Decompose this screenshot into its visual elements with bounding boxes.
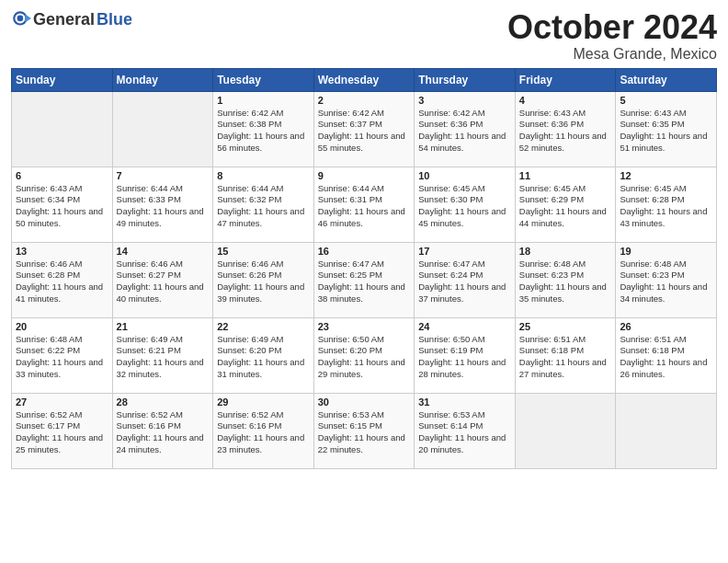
logo-blue-text: Blue [97,10,132,29]
cell-info: Sunrise: 6:44 AM Sunset: 6:32 PM Dayligh… [217,183,310,230]
svg-marker-3 [25,15,31,23]
calendar-cell: 22Sunrise: 6:49 AM Sunset: 6:20 PM Dayli… [213,317,314,393]
calendar-cell: 8Sunrise: 6:44 AM Sunset: 6:32 PM Daylig… [213,167,314,242]
calendar-cell: 27Sunrise: 6:52 AM Sunset: 6:17 PM Dayli… [12,393,113,468]
calendar-cell: 15Sunrise: 6:46 AM Sunset: 6:26 PM Dayli… [213,242,314,317]
cell-info: Sunrise: 6:43 AM Sunset: 6:35 PM Dayligh… [620,108,712,155]
calendar-cell: 5Sunrise: 6:43 AM Sunset: 6:35 PM Daylig… [616,91,717,167]
day-number: 23 [318,321,411,332]
day-number: 20 [16,321,108,332]
calendar-cell: 31Sunrise: 6:53 AM Sunset: 6:14 PM Dayli… [415,393,516,468]
day-number: 7 [117,170,210,181]
header-sunday: Sunday [12,68,113,91]
cell-info: Sunrise: 6:49 AM Sunset: 6:20 PM Dayligh… [217,334,310,381]
day-number: 11 [519,170,612,181]
header: GeneralBlue October 2024 Mesa Grande, Me… [11,9,717,63]
cell-info: Sunrise: 6:53 AM Sunset: 6:14 PM Dayligh… [418,409,511,456]
week-row-3: 20Sunrise: 6:48 AM Sunset: 6:22 PM Dayli… [12,317,717,393]
day-number: 29 [217,396,310,408]
cell-info: Sunrise: 6:47 AM Sunset: 6:25 PM Dayligh… [318,259,411,305]
week-row-2: 13Sunrise: 6:46 AM Sunset: 6:28 PM Dayli… [12,242,717,317]
logo-icon [11,9,31,29]
calendar-cell [112,91,213,167]
cell-info: Sunrise: 6:53 AM Sunset: 6:15 PM Dayligh… [318,409,411,456]
cell-info: Sunrise: 6:46 AM Sunset: 6:27 PM Dayligh… [117,259,210,305]
day-number: 26 [620,321,712,332]
calendar-cell: 20Sunrise: 6:48 AM Sunset: 6:22 PM Dayli… [12,317,113,393]
title-area: October 2024 Mesa Grande, Mexico [507,9,717,63]
logo: GeneralBlue [11,9,132,29]
cell-info: Sunrise: 6:46 AM Sunset: 6:26 PM Dayligh… [217,259,310,305]
calendar-cell: 11Sunrise: 6:45 AM Sunset: 6:29 PM Dayli… [515,167,616,242]
day-number: 19 [620,246,712,257]
day-number: 4 [519,95,612,106]
calendar-cell: 12Sunrise: 6:45 AM Sunset: 6:28 PM Dayli… [616,167,717,242]
day-number: 15 [217,246,310,257]
calendar-cell: 23Sunrise: 6:50 AM Sunset: 6:20 PM Dayli… [313,317,415,393]
day-number: 13 [16,246,108,257]
calendar-cell: 7Sunrise: 6:44 AM Sunset: 6:33 PM Daylig… [112,167,213,242]
day-number: 17 [418,246,511,257]
calendar-cell [515,393,616,468]
calendar-cell: 30Sunrise: 6:53 AM Sunset: 6:15 PM Dayli… [313,393,415,468]
calendar-cell: 2Sunrise: 6:42 AM Sunset: 6:37 PM Daylig… [313,91,415,167]
header-thursday: Thursday [415,68,516,91]
cell-info: Sunrise: 6:43 AM Sunset: 6:36 PM Dayligh… [519,108,612,155]
day-number: 14 [117,246,210,257]
week-row-4: 27Sunrise: 6:52 AM Sunset: 6:17 PM Dayli… [12,393,717,468]
cell-info: Sunrise: 6:44 AM Sunset: 6:31 PM Dayligh… [318,183,411,230]
calendar-cell: 3Sunrise: 6:42 AM Sunset: 6:36 PM Daylig… [415,91,516,167]
day-number: 18 [519,246,612,257]
calendar-cell: 21Sunrise: 6:49 AM Sunset: 6:21 PM Dayli… [112,317,213,393]
cell-info: Sunrise: 6:52 AM Sunset: 6:16 PM Dayligh… [217,409,310,456]
day-number: 3 [418,95,511,106]
header-friday: Friday [515,68,616,91]
calendar-cell: 4Sunrise: 6:43 AM Sunset: 6:36 PM Daylig… [515,91,616,167]
day-number: 21 [117,321,210,332]
calendar-cell: 25Sunrise: 6:51 AM Sunset: 6:18 PM Dayli… [515,317,616,393]
day-number: 6 [16,170,108,181]
cell-info: Sunrise: 6:45 AM Sunset: 6:29 PM Dayligh… [519,183,612,230]
calendar-cell: 1Sunrise: 6:42 AM Sunset: 6:38 PM Daylig… [213,91,314,167]
cell-info: Sunrise: 6:45 AM Sunset: 6:28 PM Dayligh… [620,183,712,230]
calendar-cell: 26Sunrise: 6:51 AM Sunset: 6:18 PM Dayli… [616,317,717,393]
calendar-header-row: SundayMondayTuesdayWednesdayThursdayFrid… [12,68,717,91]
calendar-cell: 19Sunrise: 6:48 AM Sunset: 6:23 PM Dayli… [616,242,717,317]
calendar-cell: 24Sunrise: 6:50 AM Sunset: 6:19 PM Dayli… [415,317,516,393]
cell-info: Sunrise: 6:42 AM Sunset: 6:36 PM Dayligh… [418,108,511,155]
calendar-table: SundayMondayTuesdayWednesdayThursdayFrid… [11,68,717,469]
cell-info: Sunrise: 6:44 AM Sunset: 6:33 PM Dayligh… [117,183,210,230]
cell-info: Sunrise: 6:51 AM Sunset: 6:18 PM Dayligh… [620,334,712,381]
header-monday: Monday [112,68,213,91]
cell-info: Sunrise: 6:45 AM Sunset: 6:30 PM Dayligh… [418,183,511,230]
week-row-0: 1Sunrise: 6:42 AM Sunset: 6:38 PM Daylig… [12,91,717,167]
cell-info: Sunrise: 6:50 AM Sunset: 6:19 PM Dayligh… [418,334,511,381]
cell-info: Sunrise: 6:42 AM Sunset: 6:37 PM Dayligh… [318,108,411,155]
day-number: 22 [217,321,310,332]
cell-info: Sunrise: 6:48 AM Sunset: 6:23 PM Dayligh… [519,259,612,305]
day-number: 25 [519,321,612,332]
day-number: 24 [418,321,511,332]
calendar-cell [616,393,717,468]
day-number: 5 [620,95,712,106]
day-number: 2 [318,95,411,106]
header-wednesday: Wednesday [313,68,415,91]
cell-info: Sunrise: 6:52 AM Sunset: 6:17 PM Dayligh… [16,409,108,456]
calendar-cell: 16Sunrise: 6:47 AM Sunset: 6:25 PM Dayli… [313,242,415,317]
cell-info: Sunrise: 6:48 AM Sunset: 6:22 PM Dayligh… [16,334,108,381]
day-number: 1 [217,95,310,106]
svg-point-2 [17,16,24,22]
day-number: 16 [318,246,411,257]
calendar-cell [12,91,113,167]
cell-info: Sunrise: 6:51 AM Sunset: 6:18 PM Dayligh… [519,334,612,381]
day-number: 28 [117,396,210,408]
day-number: 31 [418,396,511,408]
cell-info: Sunrise: 6:48 AM Sunset: 6:23 PM Dayligh… [620,259,712,305]
day-number: 12 [620,170,712,181]
header-tuesday: Tuesday [213,68,314,91]
calendar-cell: 9Sunrise: 6:44 AM Sunset: 6:31 PM Daylig… [313,167,415,242]
day-number: 30 [318,396,411,408]
month-title: October 2024 [507,9,717,46]
logo-area: GeneralBlue [11,9,132,29]
day-number: 27 [16,396,108,408]
